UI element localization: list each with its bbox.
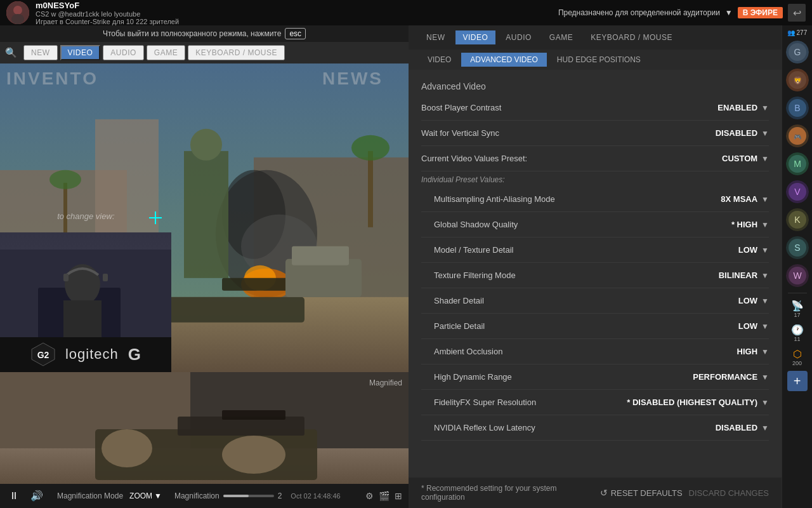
right-sidebar: 👥 277 G 🦁 B: [782, 25, 812, 508]
points-count: 200: [792, 360, 802, 366]
hdr-value: PERFORMANCE: [693, 372, 757, 382]
sidebar-user-6[interactable]: V: [786, 180, 809, 203]
hdr-arrow[interactable]: ▼: [761, 373, 769, 382]
logitech-g-logo: G: [128, 345, 141, 364]
setting-label-preset: Current Video Values Preset:: [421, 154, 527, 163]
settings-nav-new[interactable]: NEW: [419, 30, 453, 44]
setting-value-reflex[interactable]: DISABLED ▼: [716, 423, 769, 432]
sub-nav-hud[interactable]: HUD EDGE POSITIONS: [548, 53, 650, 67]
avatar-image: [6, 1, 29, 24]
setting-value-texture[interactable]: LOW ▼: [738, 245, 769, 255]
shader-arrow[interactable]: ▼: [761, 297, 769, 305]
volume-button[interactable]: 🔊: [28, 487, 46, 504]
setting-value-boost-player-contrast[interactable]: ENABLED ▼: [717, 103, 769, 112]
reflex-arrow[interactable]: ▼: [761, 424, 769, 432]
expand-icon[interactable]: ⊞: [395, 491, 402, 501]
svg-point-2: [11, 14, 24, 24]
sub-nav-advanced-video[interactable]: ADVANCED VIDEO: [461, 53, 546, 67]
nav-tab-audio[interactable]: AUDIO: [103, 45, 144, 60]
setting-value-hdr[interactable]: PERFORMANCE ▼: [693, 372, 769, 382]
sponsor-bar: G2 logitech G: [0, 337, 171, 372]
discard-changes-button[interactable]: DISCARD CHANGES: [689, 488, 769, 498]
setting-value-ambient-occlusion[interactable]: HIGH ▼: [737, 347, 769, 356]
texture-arrow[interactable]: ▼: [761, 246, 769, 255]
reset-icon: ↺: [600, 488, 608, 498]
sidebar-history-action[interactable]: 🕐 11: [786, 321, 809, 344]
setting-value-fsr[interactable]: * DISABLED (HIGHEST QUALITY) ▼: [627, 398, 769, 407]
esc-key[interactable]: esc: [285, 28, 306, 39]
setting-value-shadow[interactable]: * HIGH ▼: [731, 220, 769, 229]
setting-label-particle: Particle Detail: [434, 321, 485, 331]
sidebar-divider: [788, 293, 807, 293]
setting-value-vsync[interactable]: DISABLED ▼: [716, 128, 769, 138]
setting-row-shadow: Global Shadow Quality * HIGH ▼: [421, 212, 769, 237]
sidebar-user-2[interactable]: 🦁: [786, 69, 809, 91]
svg-text:M: M: [794, 159, 801, 169]
mag-value: 2: [278, 491, 282, 500]
svg-text:W: W: [793, 271, 802, 281]
fsr-arrow[interactable]: ▼: [761, 398, 769, 407]
svg-rect-29: [63, 274, 69, 281]
settings-nav-game[interactable]: GAME: [542, 30, 580, 44]
setting-value-msaa[interactable]: 8X MSAA ▼: [721, 194, 769, 204]
sidebar-user-4[interactable]: 🎮: [786, 124, 809, 147]
add-icon: +: [794, 374, 801, 389]
audience-dropdown[interactable]: ▼: [725, 8, 733, 17]
streamer-info-section: m0NESYoF CS2 w @headtr1ckk lelo lyoutube…: [6, 1, 179, 25]
setting-value-filtering[interactable]: BILINEAR ▼: [719, 271, 769, 280]
sidebar-add-action[interactable]: +: [787, 371, 808, 391]
ambient-occlusion-arrow[interactable]: ▼: [761, 347, 769, 356]
magnified-scene: [0, 372, 409, 484]
play-pause-button[interactable]: ⏸: [6, 488, 22, 504]
video-bottom-magnified: Magnified: [0, 372, 409, 484]
svg-point-39: [102, 429, 152, 467]
filtering-arrow[interactable]: ▼: [761, 271, 769, 280]
setting-value-preset[interactable]: CUSTOM ▼: [722, 154, 769, 163]
magnification-slider-area: Magnification 2: [174, 491, 282, 500]
mag-slider[interactable]: [223, 495, 274, 497]
reset-defaults-button[interactable]: ↺ RESET DEFAULTS: [600, 488, 683, 498]
shadow-value: * HIGH: [731, 220, 757, 229]
vsync-arrow[interactable]: ▼: [761, 129, 769, 138]
mag-mode-value[interactable]: ZOOM ▼: [129, 491, 162, 500]
sidebar-user-1[interactable]: G: [786, 41, 809, 64]
nav-tab-keyboard[interactable]: KEYBOARD / MOUSE: [188, 45, 285, 60]
timestamp: Oct 02 14:48:46: [291, 492, 340, 500]
setting-row-texture: Model / Texture Detail LOW ▼: [421, 237, 769, 263]
svg-point-20: [351, 135, 390, 161]
sidebar-user-8[interactable]: S: [786, 236, 809, 259]
nav-tab-new[interactable]: NEW: [23, 45, 58, 60]
particle-arrow[interactable]: ▼: [761, 322, 769, 331]
sub-nav-video[interactable]: VIDEO: [419, 53, 460, 67]
nav-tab-game[interactable]: GAME: [147, 45, 185, 60]
sidebar-user-9[interactable]: W: [786, 264, 809, 287]
streamer-avatar[interactable]: [6, 1, 29, 24]
svg-text:V: V: [794, 187, 801, 197]
settings-nav-video[interactable]: VIDEO: [455, 30, 496, 44]
shadow-arrow[interactable]: ▼: [761, 220, 769, 229]
setting-value-particle[interactable]: LOW ▼: [738, 321, 769, 331]
magnified-label: Magnified: [369, 378, 402, 387]
svg-point-27: [65, 264, 100, 305]
settings-nav-keyboard[interactable]: KEYBOARD / MOUSE: [583, 30, 680, 44]
settings-icon[interactable]: ⚙: [365, 491, 374, 501]
broadcast-icon: 📡: [791, 300, 804, 312]
back-arrow-button[interactable]: ↩: [788, 4, 806, 22]
sidebar-points-action[interactable]: ⬡ 200: [786, 345, 809, 368]
boost-player-contrast-arrow[interactable]: ▼: [761, 104, 769, 112]
search-icon[interactable]: 🔍: [5, 47, 17, 58]
boost-player-contrast-value: ENABLED: [717, 103, 757, 112]
setting-value-shader[interactable]: LOW ▼: [738, 296, 769, 305]
msaa-arrow[interactable]: ▼: [761, 195, 769, 204]
sidebar-broadcast-action[interactable]: 📡 17: [786, 297, 809, 320]
preset-arrow[interactable]: ▼: [761, 154, 769, 163]
sidebar-user-7[interactable]: K: [786, 208, 809, 231]
video-area: Чтобы выйти из полноэкранного режима, на…: [0, 25, 409, 508]
sidebar-user-3[interactable]: B: [786, 97, 809, 119]
clip-icon[interactable]: 🎬: [379, 491, 390, 501]
svg-rect-18: [292, 246, 349, 265]
nav-tab-video[interactable]: VIDEO: [60, 45, 101, 60]
settings-nav-audio[interactable]: AUDIO: [498, 30, 539, 44]
sidebar-user-5[interactable]: M: [786, 152, 809, 175]
setting-label-fsr: FidelityFX Super Resolution: [434, 398, 536, 407]
